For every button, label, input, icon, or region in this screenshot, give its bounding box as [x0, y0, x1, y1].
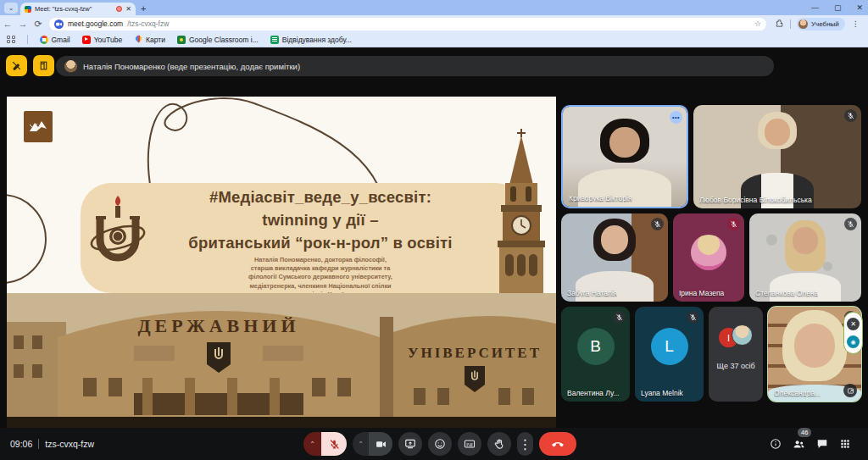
bookmark-star-icon[interactable]: ☆	[754, 19, 761, 28]
overflow-tile[interactable]: І Ще 37 осіб	[709, 307, 763, 402]
chat-panel-button[interactable]	[816, 438, 828, 450]
meet-site-icon	[54, 19, 64, 29]
tab-title: Meet: "tzs-cvxq-fzw"	[35, 5, 113, 13]
mic-off-icon	[844, 218, 857, 230]
gmail-icon	[40, 36, 48, 44]
tile-more-options-badge[interactable]: •••	[670, 111, 682, 124]
slide-title: #Медіасвіт_веде_у_всесвіт: twinning у ді…	[134, 186, 507, 254]
window-maximize-button[interactable]: ▢	[834, 3, 842, 12]
mic-off-icon[interactable]	[321, 432, 347, 456]
tab-groups-icon[interactable]	[7, 36, 15, 44]
university-building: ДЕРЖАВНИЙ УНІВЕРСИТЕТ	[7, 293, 556, 429]
presenter-avatar	[64, 60, 77, 73]
participant-video	[563, 107, 687, 207]
bookmark-attendance[interactable]: Відвідування здобу...	[270, 36, 352, 44]
present-screen-button[interactable]	[398, 432, 422, 456]
annotation-board-button[interactable]	[33, 55, 54, 76]
raise-hand-button[interactable]	[487, 432, 511, 456]
maps-pin-icon	[134, 36, 142, 44]
participant-name: Валентина Лу...	[567, 389, 619, 397]
camera-button[interactable]: ⌃	[353, 432, 392, 456]
browser-tab[interactable]: Meet: "tzs-cvxq-fzw" ✕	[20, 3, 136, 15]
meet-bottom-bar: 09:06 tzs-cvxq-fzw ⌃ ⌃ ⋮	[0, 428, 868, 460]
address-bar[interactable]: meet.google.com /tzs-cvxq-fzw ☆	[49, 18, 766, 30]
mic-off-icon	[844, 109, 857, 122]
camera-icon[interactable]	[369, 432, 392, 456]
participant-tile[interactable]: В Валентина Лу...	[561, 307, 630, 402]
overflow-count-label: Ще 37 осіб	[709, 362, 763, 370]
participant-tile[interactable]: Степанкова Олена	[749, 213, 861, 302]
divider	[38, 439, 39, 449]
recording-indicator-icon	[116, 6, 122, 12]
meet-page: Наталія Пономаренко (веде презентацію, д…	[0, 47, 868, 460]
window-minimize-button[interactable]: —	[811, 3, 819, 12]
forward-button[interactable]: →	[15, 19, 31, 29]
meet-favicon	[25, 6, 31, 13]
refresh-button[interactable]: ⟳	[31, 19, 46, 30]
people-panel-button[interactable]: 46	[793, 438, 805, 451]
participant-name: Забуга Наталія	[567, 289, 617, 297]
back-button[interactable]: ←	[0, 19, 15, 29]
annotation-pen-button[interactable]	[6, 55, 27, 76]
avatar: В	[577, 328, 615, 365]
participant-name: Lyana Melnik	[641, 389, 683, 397]
participant-tile[interactable]: Любов Борисівна Білокобильська	[693, 105, 861, 208]
meeting-panels: 46	[770, 428, 851, 460]
svg-text:УНІВЕРСИТЕТ: УНІВЕРСИТЕТ	[408, 345, 542, 361]
extensions-icon[interactable]	[775, 16, 784, 31]
new-tab-button[interactable]: +	[141, 3, 146, 14]
end-call-button[interactable]	[539, 432, 576, 456]
bookmark-maps[interactable]: Карти	[134, 36, 165, 44]
bookmark-gmail[interactable]: Gmail	[40, 36, 70, 44]
participant-video	[693, 105, 861, 208]
participant-tile[interactable]: ••• Криворука Вікторія	[561, 105, 688, 208]
bookmark-youtube[interactable]: YouTube	[82, 36, 122, 44]
extension-close-button[interactable]: ✕	[847, 318, 860, 330]
profile-avatar	[798, 19, 808, 29]
participant-name: Олександра...	[774, 389, 821, 397]
mic-off-icon	[613, 311, 626, 324]
participant-tile[interactable]: L Lyana Melnik	[635, 307, 704, 402]
classroom-icon	[177, 36, 186, 44]
url-path: /tzs-cvxq-fzw	[127, 19, 169, 28]
participant-name: Любов Борисівна Білокобильська	[699, 196, 812, 204]
mic-options-chevron[interactable]: ⌃	[303, 432, 321, 456]
extension-record-button[interactable]: ◉	[847, 335, 860, 348]
bookmark-classroom[interactable]: Google Classroom i...	[177, 36, 259, 44]
window-close-button[interactable]: ✕	[856, 3, 863, 12]
avatar	[691, 235, 726, 270]
tab-search-button[interactable]: ⌄	[4, 3, 18, 14]
presenter-banner: Наталія Пономаренко (веде презентацію, д…	[56, 56, 774, 76]
activities-button[interactable]	[839, 438, 851, 450]
participant-name: Ірина Мазепа	[679, 289, 724, 297]
youtube-icon	[82, 36, 91, 44]
meet-topbar: Наталія Пономаренко (веде презентацію, д…	[0, 55, 868, 77]
browser-toolbar: ← → ⟳ meet.google.com /tzs-cvxq-fzw ☆ Уч…	[0, 15, 868, 32]
sheets-icon	[270, 36, 279, 44]
tab-close-icon[interactable]: ✕	[125, 6, 131, 13]
mic-off-icon	[727, 218, 740, 230]
reactions-button[interactable]	[428, 432, 452, 456]
participant-tile[interactable]: Забуга Наталія	[561, 213, 668, 302]
meeting-code: tzs-cvxq-fzw	[45, 439, 94, 449]
url-host: meet.google.com	[68, 19, 123, 28]
camera-options-chevron[interactable]: ⌃	[353, 432, 369, 456]
screen: ⌄ Meet: "tzs-cvxq-fzw" ✕ + — ▢ ✕ ← → ⟳ m…	[0, 0, 868, 460]
participant-name: Степанкова Олена	[755, 289, 818, 297]
participant-tile[interactable]: Ірина Мазепа	[673, 213, 744, 302]
pip-expand-button[interactable]	[843, 384, 857, 397]
participant-name: Криворука Вікторія	[569, 194, 632, 202]
avatar	[732, 324, 753, 346]
browser-menu-icon[interactable]: ⋮	[852, 19, 860, 28]
participants-grid: ••• Криворука Вікторія Любов Борисівна Б…	[561, 105, 861, 403]
profile-chip[interactable]: Учебный	[797, 18, 845, 30]
presentation-slide[interactable]: #Медіасвіт_веде_у_всесвіт: twinning у ді…	[7, 97, 556, 429]
mic-button[interactable]: ⌃	[303, 432, 347, 456]
captions-button[interactable]	[458, 432, 481, 456]
svg-text:ДЕРЖАВНИЙ: ДЕРЖАВНИЙ	[137, 315, 299, 336]
meeting-details-button[interactable]	[770, 438, 782, 450]
overflow-avatars: І	[719, 328, 753, 350]
more-options-button[interactable]: ⋮	[517, 432, 533, 456]
mic-off-icon	[651, 218, 664, 230]
presenter-banner-text: Наталія Пономаренко (веде презентацію, д…	[83, 62, 300, 71]
